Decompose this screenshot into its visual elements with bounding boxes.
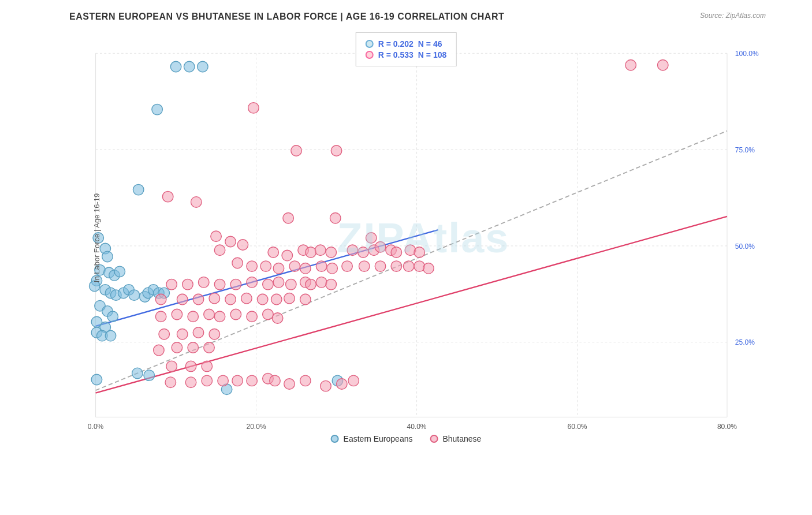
svg-point-102: [423, 263, 434, 274]
svg-point-126: [155, 311, 166, 322]
legend-r-blue: R = 0.202: [378, 39, 414, 48]
svg-point-97: [359, 261, 370, 272]
svg-point-157: [337, 379, 348, 390]
svg-point-62: [248, 103, 259, 114]
svg-point-118: [193, 294, 204, 305]
svg-point-104: [182, 279, 193, 290]
legend-dot-pink: [366, 51, 374, 59]
svg-point-92: [289, 261, 300, 272]
svg-point-137: [193, 327, 204, 338]
svg-point-144: [185, 361, 196, 372]
svg-point-116: [155, 294, 166, 305]
svg-point-110: [273, 277, 284, 288]
y-axis-label: In Labor Force | Age 16-19: [92, 193, 101, 282]
svg-point-25: [152, 104, 163, 115]
svg-point-124: [284, 293, 295, 304]
svg-text:40.0%: 40.0%: [407, 423, 426, 431]
svg-point-90: [260, 261, 271, 272]
svg-point-138: [209, 329, 220, 340]
svg-point-24: [198, 61, 208, 72]
svg-point-119: [209, 293, 220, 304]
legend-n-pink: N = 108: [418, 50, 446, 59]
legend-dot-blue: [366, 40, 374, 48]
legend-icon-bhutanese: [430, 435, 438, 443]
legend-label-bhutanese: Bhutanese: [442, 434, 481, 443]
svg-point-22: [170, 61, 181, 72]
chart-title: EASTERN EUROPEAN VS BHUTANESE IN LABOR F…: [46, 12, 766, 22]
legend-box: R = 0.202 N = 46 R = 0.533 N = 108: [356, 32, 457, 66]
svg-text:50.0%: 50.0%: [735, 242, 755, 251]
scatter-plot: 100.0% 75.0% 50.0% 25.0% 0.0% 20.0% 40.0…: [46, 27, 766, 449]
svg-point-69: [366, 233, 377, 244]
svg-point-111: [286, 279, 297, 290]
svg-point-132: [247, 311, 258, 322]
legend-item-bhutanese: Bhutanese: [430, 434, 481, 443]
svg-point-91: [273, 263, 284, 274]
svg-point-95: [327, 263, 338, 274]
svg-point-49: [107, 311, 118, 322]
chart-container: EASTERN EUROPEAN VS BHUTANESE IN LABOR F…: [0, 0, 812, 515]
svg-text:0.0%: 0.0%: [88, 423, 104, 431]
legend-icon-eastern-europeans: [331, 435, 339, 443]
svg-point-109: [263, 279, 274, 290]
svg-point-143: [166, 361, 177, 372]
svg-point-81: [358, 247, 369, 258]
chart-area: In Labor Force | Age 16-19 R = 0.202 N =…: [46, 27, 766, 449]
svg-point-71: [225, 236, 236, 247]
svg-point-145: [202, 361, 213, 372]
svg-point-23: [184, 61, 195, 72]
svg-point-72: [237, 240, 248, 251]
svg-point-141: [188, 342, 199, 353]
svg-point-123: [271, 294, 282, 305]
svg-point-131: [230, 309, 241, 320]
svg-point-80: [347, 245, 358, 256]
legend-n-blue: N = 46: [418, 39, 442, 48]
svg-point-33: [114, 266, 125, 277]
svg-point-156: [321, 380, 331, 391]
svg-point-148: [202, 375, 213, 386]
svg-point-54: [105, 330, 116, 341]
svg-point-60: [625, 59, 636, 70]
svg-point-105: [198, 277, 209, 288]
svg-point-77: [306, 247, 316, 258]
svg-point-79: [326, 247, 337, 258]
svg-text:60.0%: 60.0%: [567, 423, 587, 431]
svg-point-134: [272, 313, 283, 324]
svg-point-106: [214, 279, 225, 290]
svg-point-146: [165, 377, 176, 388]
svg-point-151: [247, 375, 258, 386]
svg-point-153: [270, 375, 281, 386]
svg-point-64: [291, 145, 302, 156]
svg-point-150: [232, 375, 243, 386]
svg-point-130: [214, 311, 225, 322]
legend-row-pink: R = 0.533 N = 108: [366, 50, 447, 59]
svg-point-135: [159, 329, 170, 340]
svg-point-98: [375, 261, 386, 272]
svg-point-41: [129, 290, 140, 301]
svg-point-67: [283, 212, 294, 223]
source-text: Source: ZipAtlas.com: [700, 12, 766, 20]
svg-point-85: [391, 247, 402, 258]
svg-point-68: [330, 212, 341, 223]
svg-point-26: [133, 184, 144, 195]
svg-point-75: [282, 250, 293, 261]
svg-point-121: [241, 293, 252, 304]
svg-point-89: [247, 261, 258, 272]
svg-point-129: [204, 309, 215, 320]
svg-point-139: [154, 345, 165, 356]
svg-point-83: [375, 241, 386, 252]
svg-point-149: [218, 375, 229, 386]
svg-point-63: [331, 145, 342, 156]
svg-point-113: [306, 279, 316, 290]
svg-point-120: [225, 294, 236, 305]
legend-item-eastern-europeans: Eastern Europeans: [331, 434, 413, 443]
svg-point-154: [284, 379, 295, 390]
svg-point-55: [91, 374, 102, 385]
svg-point-115: [326, 279, 337, 290]
svg-text:100.0%: 100.0%: [735, 50, 759, 58]
svg-point-127: [172, 309, 182, 320]
svg-point-136: [177, 329, 188, 340]
legend-row-blue: R = 0.202 N = 46: [366, 39, 447, 48]
svg-point-158: [348, 375, 359, 386]
svg-text:75.0%: 75.0%: [735, 146, 755, 154]
